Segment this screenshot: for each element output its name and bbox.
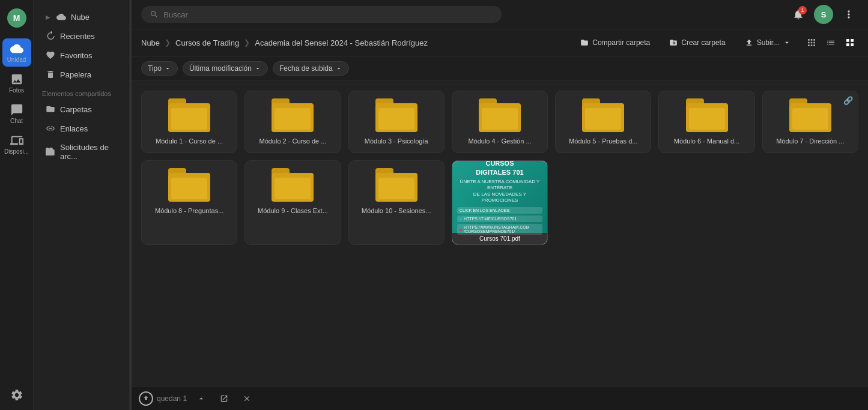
- sidebar-item-papelera[interactable]: Papelera: [37, 65, 126, 83]
- share-folder-icon: [580, 38, 589, 47]
- tipo-chevron-icon: [164, 65, 171, 72]
- search-input[interactable]: [163, 10, 493, 19]
- folder-modulo10-label: Módulo 10 - Sesiones...: [362, 207, 431, 215]
- more-options-button[interactable]: [839, 5, 858, 24]
- icon-bar-label-dispositivos: Disposi...: [4, 148, 29, 155]
- sidebar-item-enlaces[interactable]: Enlaces: [37, 119, 126, 137]
- icon-bar-item-fotos[interactable]: Fotos: [2, 69, 31, 97]
- add-folder-icon: [669, 38, 678, 47]
- filter-fecha-label: Fecha de subida: [279, 64, 333, 73]
- action-buttons: Compartir carpeta Crear carpeta Subir...: [573, 34, 858, 51]
- recientes-label: Recientes: [60, 32, 95, 41]
- folder-modulo4[interactable]: Módulo 4 - Gestión ...: [452, 91, 548, 153]
- filter-ultima-modificacion[interactable]: Última modificación: [183, 61, 268, 76]
- folder-modulo5[interactable]: Módulo 5 - Pruebas d...: [555, 91, 651, 153]
- link-icon: 🔗: [843, 96, 853, 105]
- upload-indicator: quedan 1: [139, 391, 187, 406]
- breadcrumb-bar: Nube ❯ Cursos de Trading ❯ Academia del …: [132, 29, 868, 56]
- ultima-chevron-icon: [254, 65, 261, 72]
- breadcrumb-cursos[interactable]: Cursos de Trading: [175, 38, 239, 47]
- header-right: 1 S: [789, 5, 858, 24]
- pdf-cursos701[interactable]: CURSOSDIGITALES 701 ÚNETE A NUESTRA COMU…: [452, 160, 548, 245]
- folder-modulo9[interactable]: Módulo 9 - Clases Ext...: [244, 160, 341, 245]
- breadcrumb-nube[interactable]: Nube: [141, 38, 160, 47]
- icon-bar-item-avatar[interactable]: M: [2, 5, 31, 31]
- chat-icon: [10, 103, 23, 116]
- user-avatar-button[interactable]: S: [814, 5, 833, 24]
- icon-bar-label-unidad: Unidad: [7, 56, 26, 63]
- folder-icon: [375, 168, 417, 202]
- solicitudes-label: Solicitudes de arc...: [60, 143, 117, 161]
- crear-label: Crear carpeta: [681, 38, 725, 47]
- filter-ultima-label: Última modificación: [189, 64, 252, 73]
- icon-bar-item-settings[interactable]: [2, 385, 31, 405]
- icon-bar: M Unidad Fotos Chat Disposi...: [0, 0, 34, 410]
- crear-carpeta-button[interactable]: Crear carpeta: [662, 35, 732, 50]
- solicitudes-icon: [46, 147, 55, 157]
- window-button[interactable]: [216, 390, 232, 407]
- subir-label: Subir...: [757, 38, 779, 47]
- image-view-button[interactable]: [803, 34, 820, 51]
- chevron-up-icon: [197, 394, 205, 403]
- expand-upload-button[interactable]: [193, 390, 210, 407]
- main-area: 1 S Nube ❯ Cursos de Trading ❯ Academia …: [132, 0, 868, 410]
- folder-modulo6[interactable]: Módulo 6 - Manual d...: [658, 91, 754, 153]
- subir-button[interactable]: Subir...: [738, 35, 798, 50]
- folder-modulo8-label: Módulo 8 - Preguntas...: [155, 207, 223, 215]
- open-in-new-icon: [220, 394, 228, 403]
- search-bar[interactable]: [141, 6, 502, 23]
- folder-modulo1[interactable]: Módulo 1 - Curso de ...: [141, 91, 237, 153]
- filter-tipo[interactable]: Tipo: [141, 61, 178, 76]
- chevron-down-icon: [783, 38, 791, 47]
- upload-status-text: quedan 1: [157, 394, 187, 403]
- sidebar-item-recientes[interactable]: Recientes: [37, 27, 126, 45]
- sidebar: ▶ Nube Recientes Favoritos Papelera Elem…: [34, 0, 130, 410]
- close-icon: [243, 394, 251, 403]
- folder-modulo3[interactable]: Módulo 3 - Psicología: [348, 91, 445, 153]
- folder-modulo9-label: Módulo 9 - Clases Ext...: [258, 207, 328, 215]
- enlaces-icon: [46, 124, 55, 133]
- sidebar-item-nube[interactable]: ▶ Nube: [37, 8, 126, 26]
- icon-bar-item-chat[interactable]: Chat: [2, 100, 31, 128]
- folder-modulo2-label: Módulo 2 - Curso de ...: [259, 137, 326, 145]
- icon-bar-item-dispositivos[interactable]: Disposi...: [2, 130, 31, 158]
- pdf-cta: CLICK EN LOS ENLACES:: [457, 207, 542, 214]
- cloud-unit-icon: [10, 42, 23, 55]
- gear-icon: [10, 388, 23, 402]
- breadcrumb-sep-1: ❯: [165, 38, 171, 47]
- sidebar-item-carpetas[interactable]: Carpetas: [37, 100, 126, 118]
- folder-modulo10[interactable]: Módulo 10 - Sesiones...: [348, 160, 445, 245]
- favoritos-label: Favoritos: [60, 51, 92, 60]
- folder-icon: [272, 98, 314, 132]
- folder-icon: [789, 98, 831, 132]
- icon-bar-item-unidad[interactable]: Unidad: [2, 38, 31, 67]
- section-compartidos-label: Elementos compartidos: [34, 84, 129, 100]
- more-vert-icon: [843, 8, 855, 20]
- icon-bar-label-chat: Chat: [10, 118, 23, 124]
- sidebar-item-solicitudes[interactable]: Solicitudes de arc...: [37, 139, 126, 165]
- folder-modulo7-label: Módulo 7 - Dirección ...: [776, 137, 844, 145]
- filter-fecha-subida[interactable]: Fecha de subida: [273, 61, 349, 76]
- folder-icon: [272, 168, 314, 202]
- folder-modulo2[interactable]: Módulo 2 - Curso de ...: [244, 91, 341, 153]
- pdf-telegram-link: ● HTTPS://T.ME/CURSOS701: [457, 216, 542, 222]
- folder-modulo1-label: Módulo 1 - Curso de ...: [156, 137, 223, 145]
- telegram-dot: ●: [460, 217, 462, 221]
- pdf-subtitle: ÚNETE A NUESTRA COMUNIDAD Y ENTÉRATEDE L…: [457, 179, 542, 204]
- upload-icon: [745, 38, 753, 47]
- folder-modulo7[interactable]: 🔗 Módulo 7 - Dirección ...: [762, 91, 858, 153]
- breadcrumb-academia[interactable]: Academia del Sensei 2024 - Sebastián Rod…: [255, 38, 428, 47]
- pdf-title: CURSOSDIGITALES 701: [476, 160, 523, 176]
- close-upload-button[interactable]: [238, 390, 255, 407]
- nube-cloud-icon: [56, 12, 66, 22]
- folder-modulo8[interactable]: Módulo 8 - Preguntas...: [141, 160, 237, 245]
- pdf-thumbnail: CURSOSDIGITALES 701 ÚNETE A NUESTRA COMU…: [452, 161, 547, 233]
- grid-view-button[interactable]: [842, 34, 858, 51]
- sidebar-item-favoritos[interactable]: Favoritos: [37, 46, 126, 64]
- compartir-carpeta-button[interactable]: Compartir carpeta: [573, 35, 657, 50]
- avatar: M: [7, 8, 26, 28]
- list-view-button[interactable]: [822, 34, 839, 51]
- folder-modulo6-label: Módulo 6 - Manual d...: [674, 137, 739, 145]
- notifications-button[interactable]: 1: [789, 5, 808, 24]
- search-icon: [150, 10, 159, 19]
